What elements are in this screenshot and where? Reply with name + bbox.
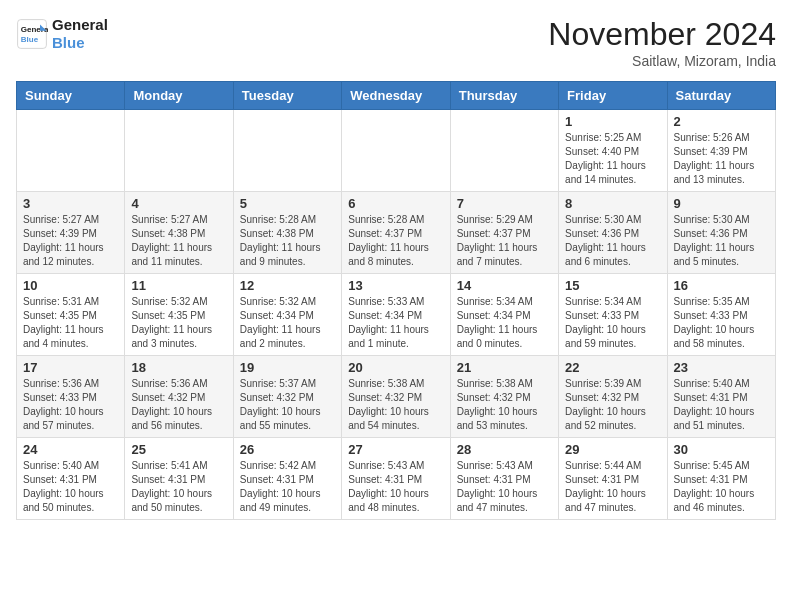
day-number: 25 (131, 442, 226, 457)
calendar-cell: 1Sunrise: 5:25 AM Sunset: 4:40 PM Daylig… (559, 110, 667, 192)
day-number: 29 (565, 442, 660, 457)
weekday-header-row: SundayMondayTuesdayWednesdayThursdayFrid… (17, 82, 776, 110)
day-info: Sunrise: 5:34 AM Sunset: 4:33 PM Dayligh… (565, 295, 660, 351)
day-info: Sunrise: 5:39 AM Sunset: 4:32 PM Dayligh… (565, 377, 660, 433)
day-info: Sunrise: 5:26 AM Sunset: 4:39 PM Dayligh… (674, 131, 769, 187)
day-info: Sunrise: 5:32 AM Sunset: 4:35 PM Dayligh… (131, 295, 226, 351)
calendar-cell: 24Sunrise: 5:40 AM Sunset: 4:31 PM Dayli… (17, 438, 125, 520)
calendar-cell: 19Sunrise: 5:37 AM Sunset: 4:32 PM Dayli… (233, 356, 341, 438)
day-number: 2 (674, 114, 769, 129)
calendar-cell: 12Sunrise: 5:32 AM Sunset: 4:34 PM Dayli… (233, 274, 341, 356)
day-info: Sunrise: 5:29 AM Sunset: 4:37 PM Dayligh… (457, 213, 552, 269)
day-info: Sunrise: 5:40 AM Sunset: 4:31 PM Dayligh… (674, 377, 769, 433)
day-number: 19 (240, 360, 335, 375)
calendar-cell: 27Sunrise: 5:43 AM Sunset: 4:31 PM Dayli… (342, 438, 450, 520)
calendar-cell: 28Sunrise: 5:43 AM Sunset: 4:31 PM Dayli… (450, 438, 558, 520)
day-number: 10 (23, 278, 118, 293)
week-row-1: 1Sunrise: 5:25 AM Sunset: 4:40 PM Daylig… (17, 110, 776, 192)
calendar-cell (450, 110, 558, 192)
day-info: Sunrise: 5:35 AM Sunset: 4:33 PM Dayligh… (674, 295, 769, 351)
day-info: Sunrise: 5:44 AM Sunset: 4:31 PM Dayligh… (565, 459, 660, 515)
logo-icon: General Blue (16, 18, 48, 50)
week-row-5: 24Sunrise: 5:40 AM Sunset: 4:31 PM Dayli… (17, 438, 776, 520)
day-number: 27 (348, 442, 443, 457)
day-number: 5 (240, 196, 335, 211)
week-row-3: 10Sunrise: 5:31 AM Sunset: 4:35 PM Dayli… (17, 274, 776, 356)
weekday-header-wednesday: Wednesday (342, 82, 450, 110)
day-info: Sunrise: 5:25 AM Sunset: 4:40 PM Dayligh… (565, 131, 660, 187)
calendar-cell: 21Sunrise: 5:38 AM Sunset: 4:32 PM Dayli… (450, 356, 558, 438)
calendar-cell: 23Sunrise: 5:40 AM Sunset: 4:31 PM Dayli… (667, 356, 775, 438)
calendar-cell: 13Sunrise: 5:33 AM Sunset: 4:34 PM Dayli… (342, 274, 450, 356)
calendar-table: SundayMondayTuesdayWednesdayThursdayFrid… (16, 81, 776, 520)
day-info: Sunrise: 5:38 AM Sunset: 4:32 PM Dayligh… (348, 377, 443, 433)
day-number: 4 (131, 196, 226, 211)
weekday-header-sunday: Sunday (17, 82, 125, 110)
day-number: 21 (457, 360, 552, 375)
calendar-cell: 15Sunrise: 5:34 AM Sunset: 4:33 PM Dayli… (559, 274, 667, 356)
day-number: 6 (348, 196, 443, 211)
day-info: Sunrise: 5:27 AM Sunset: 4:38 PM Dayligh… (131, 213, 226, 269)
calendar-cell: 7Sunrise: 5:29 AM Sunset: 4:37 PM Daylig… (450, 192, 558, 274)
day-number: 17 (23, 360, 118, 375)
location: Saitlaw, Mizoram, India (548, 53, 776, 69)
day-number: 16 (674, 278, 769, 293)
day-info: Sunrise: 5:33 AM Sunset: 4:34 PM Dayligh… (348, 295, 443, 351)
day-info: Sunrise: 5:31 AM Sunset: 4:35 PM Dayligh… (23, 295, 118, 351)
day-info: Sunrise: 5:28 AM Sunset: 4:37 PM Dayligh… (348, 213, 443, 269)
calendar-cell: 3Sunrise: 5:27 AM Sunset: 4:39 PM Daylig… (17, 192, 125, 274)
day-info: Sunrise: 5:32 AM Sunset: 4:34 PM Dayligh… (240, 295, 335, 351)
day-number: 8 (565, 196, 660, 211)
calendar-cell: 17Sunrise: 5:36 AM Sunset: 4:33 PM Dayli… (17, 356, 125, 438)
weekday-header-thursday: Thursday (450, 82, 558, 110)
day-info: Sunrise: 5:30 AM Sunset: 4:36 PM Dayligh… (565, 213, 660, 269)
calendar-cell: 29Sunrise: 5:44 AM Sunset: 4:31 PM Dayli… (559, 438, 667, 520)
day-number: 22 (565, 360, 660, 375)
day-number: 9 (674, 196, 769, 211)
day-info: Sunrise: 5:43 AM Sunset: 4:31 PM Dayligh… (457, 459, 552, 515)
day-number: 14 (457, 278, 552, 293)
day-info: Sunrise: 5:28 AM Sunset: 4:38 PM Dayligh… (240, 213, 335, 269)
calendar-cell (17, 110, 125, 192)
day-number: 1 (565, 114, 660, 129)
month-title: November 2024 (548, 16, 776, 53)
day-number: 30 (674, 442, 769, 457)
day-info: Sunrise: 5:42 AM Sunset: 4:31 PM Dayligh… (240, 459, 335, 515)
logo: General Blue General Blue (16, 16, 108, 52)
calendar-cell: 5Sunrise: 5:28 AM Sunset: 4:38 PM Daylig… (233, 192, 341, 274)
day-number: 15 (565, 278, 660, 293)
svg-text:Blue: Blue (21, 35, 39, 44)
week-row-4: 17Sunrise: 5:36 AM Sunset: 4:33 PM Dayli… (17, 356, 776, 438)
day-number: 7 (457, 196, 552, 211)
calendar-cell: 25Sunrise: 5:41 AM Sunset: 4:31 PM Dayli… (125, 438, 233, 520)
weekday-header-saturday: Saturday (667, 82, 775, 110)
day-number: 18 (131, 360, 226, 375)
day-info: Sunrise: 5:30 AM Sunset: 4:36 PM Dayligh… (674, 213, 769, 269)
day-info: Sunrise: 5:40 AM Sunset: 4:31 PM Dayligh… (23, 459, 118, 515)
day-info: Sunrise: 5:34 AM Sunset: 4:34 PM Dayligh… (457, 295, 552, 351)
calendar-cell: 9Sunrise: 5:30 AM Sunset: 4:36 PM Daylig… (667, 192, 775, 274)
day-number: 13 (348, 278, 443, 293)
day-info: Sunrise: 5:36 AM Sunset: 4:32 PM Dayligh… (131, 377, 226, 433)
page-header: General Blue General Blue November 2024 … (16, 16, 776, 69)
calendar-cell: 20Sunrise: 5:38 AM Sunset: 4:32 PM Dayli… (342, 356, 450, 438)
day-number: 11 (131, 278, 226, 293)
calendar-cell: 26Sunrise: 5:42 AM Sunset: 4:31 PM Dayli… (233, 438, 341, 520)
day-info: Sunrise: 5:37 AM Sunset: 4:32 PM Dayligh… (240, 377, 335, 433)
title-block: November 2024 Saitlaw, Mizoram, India (548, 16, 776, 69)
calendar-cell: 8Sunrise: 5:30 AM Sunset: 4:36 PM Daylig… (559, 192, 667, 274)
day-info: Sunrise: 5:27 AM Sunset: 4:39 PM Dayligh… (23, 213, 118, 269)
calendar-cell: 6Sunrise: 5:28 AM Sunset: 4:37 PM Daylig… (342, 192, 450, 274)
day-number: 12 (240, 278, 335, 293)
day-number: 3 (23, 196, 118, 211)
calendar-cell (342, 110, 450, 192)
day-info: Sunrise: 5:41 AM Sunset: 4:31 PM Dayligh… (131, 459, 226, 515)
calendar-cell: 10Sunrise: 5:31 AM Sunset: 4:35 PM Dayli… (17, 274, 125, 356)
calendar-cell: 14Sunrise: 5:34 AM Sunset: 4:34 PM Dayli… (450, 274, 558, 356)
day-info: Sunrise: 5:36 AM Sunset: 4:33 PM Dayligh… (23, 377, 118, 433)
calendar-cell (233, 110, 341, 192)
day-info: Sunrise: 5:38 AM Sunset: 4:32 PM Dayligh… (457, 377, 552, 433)
calendar-cell: 4Sunrise: 5:27 AM Sunset: 4:38 PM Daylig… (125, 192, 233, 274)
weekday-header-monday: Monday (125, 82, 233, 110)
calendar-cell: 11Sunrise: 5:32 AM Sunset: 4:35 PM Dayli… (125, 274, 233, 356)
